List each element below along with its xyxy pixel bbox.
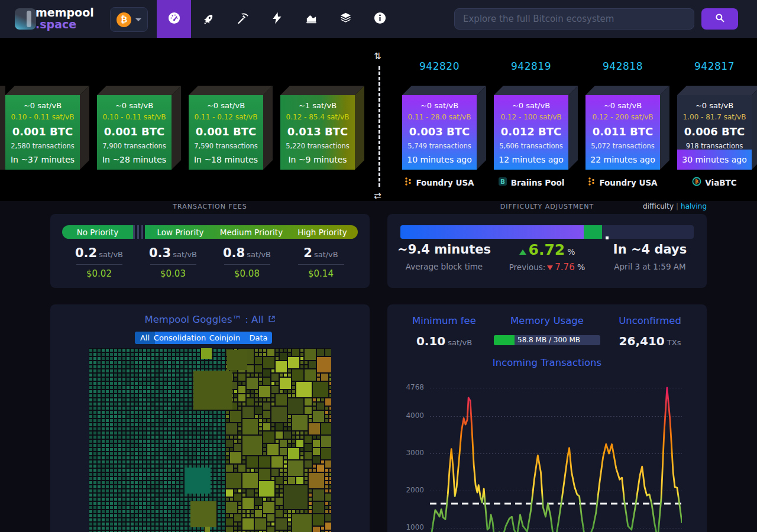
goggles-title-link[interactable]: Mempool Goggles™ : All — [50, 314, 370, 325]
search-input[interactable] — [455, 9, 694, 29]
difficulty-progress-fill — [400, 225, 584, 239]
pickaxe-icon — [236, 11, 250, 27]
pool-link-braiins[interactable]: B Braiins Pool — [494, 177, 568, 188]
nav-item-dashboard[interactable] — [157, 0, 191, 38]
block-mined-time: 10 minutes ago — [407, 155, 471, 164]
block-tx-count: 5,749 transactions — [407, 142, 471, 150]
foundry-pool-icon — [405, 177, 412, 189]
mempool-logo-text[interactable]: mempool .space — [35, 7, 94, 30]
block-tx-count: 5,606 transactions — [499, 142, 563, 150]
block-fee-range: 0.12 - 100 sat/vB — [500, 113, 561, 121]
gauge-icon — [167, 11, 181, 27]
area-chart-icon — [305, 11, 318, 27]
transaction-fees-panel: No Priority Low Priority Medium Priority… — [50, 214, 370, 288]
block-fee-range: 0.10 - 0.11 sat/vB — [11, 113, 75, 121]
difficulty-change-value: 6.72 — [529, 241, 565, 258]
fee-bar-separator — [133, 225, 145, 239]
nav-item-blockchain[interactable] — [328, 0, 363, 38]
fee-tier-gradient: Low Priority Medium Priority High Priori… — [145, 225, 358, 239]
mined-block-942818[interactable]: ~0 sat/vB 0.12 - 200 sat/vB 0.011 BTC 5,… — [585, 86, 669, 170]
currency-dropdown[interactable]: ₿ — [110, 7, 148, 32]
block-fee-range: 0.12 - 200 sat/vB — [592, 113, 653, 121]
fee-tier-medium-priority: Medium Priority — [216, 225, 287, 239]
fee-usd: $0.14 — [284, 268, 358, 279]
goggles-tab-data[interactable]: Data — [245, 332, 272, 344]
block-median-fee: ~0 sat/vB — [512, 101, 550, 110]
previous-value: 7.76 — [555, 262, 574, 273]
block-mined-time: 22 minutes ago — [590, 155, 655, 164]
block-median-fee: ~0 sat/vB — [420, 101, 458, 110]
minimum-fee-heading[interactable]: Minimum fee — [393, 315, 495, 326]
block-fee-range: 0.12 - 85.4 sat/vB — [286, 113, 350, 121]
difficulty-progress-ahead — [584, 225, 602, 239]
svg-text:B: B — [500, 178, 505, 185]
logo-bar — [27, 11, 31, 27]
mempool-block-2[interactable]: ~0 sat/vB 0.10 - 0.11 sat/vB 0.001 BTC 7… — [97, 86, 181, 170]
pool-link-foundry-1[interactable]: Foundry USA — [402, 177, 477, 188]
pool-link-viabtc[interactable]: ₿ ViaBTC — [677, 177, 752, 188]
pool-link-foundry-2[interactable]: Foundry USA — [585, 177, 660, 188]
difficulty-adjustment-panel: ~9.4 minutes Average block time 6.72% Pr… — [387, 214, 707, 288]
nav-item-acceleration[interactable] — [191, 0, 225, 38]
nav-item-lightning[interactable] — [260, 0, 294, 38]
bitcoin-icon: ₿ — [117, 12, 131, 27]
swap-horizontal-icon[interactable]: ⇄ — [374, 190, 381, 201]
goggles-filter-tabs: All Consolidation Coinjoin Data — [135, 332, 272, 344]
blockchain-strip: 942820 942819 942818 942817 ~0 sat/vB 0.… — [0, 38, 757, 201]
block-total-fees: 0.001 BTC — [104, 125, 164, 138]
search-button[interactable] — [701, 8, 738, 30]
viabtc-pool-icon: ₿ — [692, 177, 701, 189]
halving-link[interactable]: halving — [681, 202, 707, 210]
retarget-eta-date: April 3 at 1:59 AM — [599, 262, 701, 271]
block-total-fees: 0.011 BTC — [593, 125, 653, 138]
mined-block-942819[interactable]: ~0 sat/vB 0.12 - 100 sat/vB 0.012 BTC 5,… — [494, 86, 578, 170]
block-eta: In ~18 minutes — [194, 155, 258, 164]
goggles-tab-consolidation[interactable]: Consolidation — [155, 332, 205, 344]
nav-item-about[interactable] — [363, 0, 397, 38]
goggles-tab-coinjoin[interactable]: Coinjoin — [205, 332, 245, 344]
block-eta: In ~37 minutes — [11, 155, 75, 164]
difficulty-change-stat: 6.72% Previous:7.76 % — [496, 241, 598, 273]
link-separator: | — [676, 202, 678, 210]
top-navigation-bar: mempool .space ₿ — [0, 0, 757, 38]
chevron-down-icon — [135, 18, 141, 21]
nav-item-mining[interactable] — [225, 0, 260, 38]
lightning-bolt-icon — [270, 11, 284, 27]
difficulty-link[interactable]: difficulty — [643, 202, 674, 210]
chain-tip-divider — [378, 66, 380, 187]
block-tx-count: 5,220 transactions — [286, 142, 350, 150]
block-height-942817[interactable]: 942817 — [672, 60, 756, 72]
mempool-block-1[interactable]: ~0 sat/vB 0.10 - 0.11 sat/vB 0.001 BTC 2… — [5, 86, 89, 170]
difficulty-change-unit: % — [567, 247, 575, 257]
main-nav — [157, 0, 397, 38]
logo-line2: .space — [35, 18, 94, 30]
block-fee-range: 0.11 - 28.0 sat/vB — [408, 113, 471, 121]
block-height-942818[interactable]: 942818 — [581, 60, 665, 72]
block-height-942819[interactable]: 942819 — [489, 60, 573, 72]
block-height-942820[interactable]: 942820 — [397, 60, 481, 72]
memory-usage-text: 58.8 MB / 300 MB — [517, 336, 580, 344]
nav-item-statistics[interactable] — [294, 0, 328, 38]
goggles-tab-all[interactable]: All — [135, 332, 155, 344]
block-tx-count: 918 transactions — [686, 142, 743, 150]
mempool-block-4[interactable]: ~1 sat/vB 0.12 - 85.4 sat/vB 0.013 BTC 5… — [280, 86, 364, 170]
block-median-fee: ~0 sat/vB — [695, 101, 733, 110]
pool-name: Braiins Pool — [511, 178, 565, 187]
mined-block-942817[interactable]: ~0 sat/vB 1.00 - 81.7 sat/vB 0.006 BTC 9… — [677, 86, 757, 170]
unconfirmed-heading[interactable]: Unconfirmed — [599, 315, 701, 326]
fee-rate: 2 — [303, 246, 312, 260]
block-mined-time: 30 minutes ago — [682, 155, 746, 164]
pool-name: Foundry USA — [599, 178, 657, 187]
memory-usage-heading[interactable]: Memory Usage — [496, 315, 598, 326]
retarget-eta-value: In ~4 days — [599, 242, 701, 257]
memory-usage-bar: 58.8 MB / 300 MB — [494, 335, 600, 345]
difficulty-now-marker — [606, 236, 609, 239]
fee-medium-priority-stats: 0.8sat/vB $0.08 — [210, 246, 284, 279]
mined-block-942820[interactable]: ~0 sat/vB 0.11 - 28.0 sat/vB 0.003 BTC 5… — [402, 86, 486, 170]
swap-vertical-icon[interactable]: ⇅ — [374, 51, 381, 61]
block-fee-range: 0.10 - 0.11 sat/vB — [103, 113, 166, 121]
mempool-treemap-visualization[interactable] — [89, 348, 331, 532]
mempool-logo-mark[interactable] — [15, 8, 36, 30]
mempool-block-3[interactable]: ~0 sat/vB 0.11 - 0.12 sat/vB 0.001 BTC 7… — [189, 86, 273, 170]
block-eta: In ~9 minutes — [288, 155, 347, 164]
